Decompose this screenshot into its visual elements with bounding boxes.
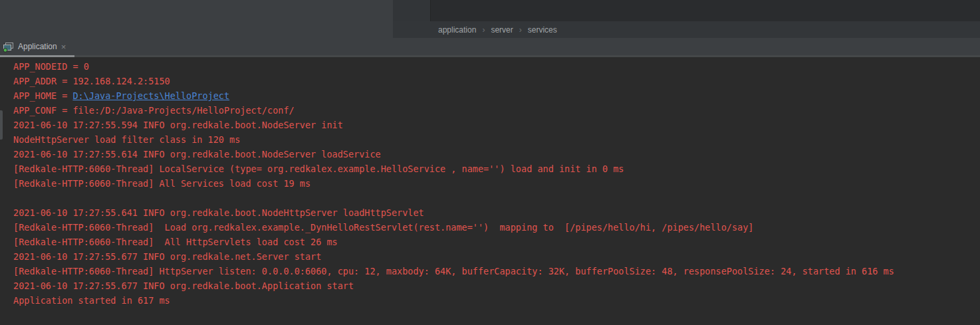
console-line: [Redkale-HTTP:6060-Thread] LocalService … — [13, 162, 980, 176]
console-text: [Redkale-HTTP:6060-Thread] LocalService … — [13, 163, 624, 174]
console-line: [Redkale-HTTP:6060-Thread] All HttpServl… — [13, 235, 980, 249]
console-text: [Redkale-HTTP:6060-Thread] Load org.redk… — [13, 222, 754, 233]
console-line: APP_HOME = D:\Java-Projects\HelloProject — [13, 88, 980, 103]
tool-window-stripe-handle[interactable] — [0, 110, 3, 140]
console-text: [Redkale-HTTP:6060-Thread] All HttpServl… — [13, 237, 338, 247]
console-line — [13, 191, 980, 205]
breadcrumb-separator: › — [482, 25, 485, 35]
editor-right-pane-body — [393, 0, 980, 21]
console-output: APP_NODEID = 0APP_ADDR = 192.168.124.2:5… — [13, 59, 980, 308]
console-text: 2021-06-10 17:27:55.614 INFO org.redkale… — [13, 149, 381, 160]
console-line: [Redkale-HTTP:6060-Thread] Load org.redk… — [13, 220, 980, 235]
console-line: NodeHttpServer load filter class in 120 … — [13, 132, 980, 147]
console-run-icon — [3, 41, 15, 53]
breadcrumb-item-application[interactable]: application — [438, 25, 476, 35]
tab-application[interactable]: Application × — [0, 38, 71, 55]
console-text: Application started in 617 ms — [13, 295, 170, 306]
console-text: APP_CONF = file:/D:/Java-Projects/HelloP… — [13, 105, 295, 116]
console-text: APP_HOME = — [13, 90, 72, 101]
console-line: 2021-06-10 17:27:55.677 INFO org.redkale… — [13, 278, 980, 293]
console-panel[interactable]: APP_NODEID = 0APP_ADDR = 192.168.124.2:5… — [0, 57, 980, 325]
console-file-link[interactable]: D:\Java-Projects\HelloProject — [72, 90, 229, 101]
console-line: Application started in 617 ms — [13, 293, 980, 308]
editor-right-pane: application›server›services — [393, 0, 980, 38]
console-text: APP_ADDR = 192.168.124.2:5150 — [13, 76, 170, 86]
console-line: APP_CONF = file:/D:/Java-Projects/HelloP… — [13, 103, 980, 118]
close-icon[interactable]: × — [61, 43, 66, 51]
run-tool-window-tab-bar: Application × — [0, 38, 980, 57]
console-line: 2021-06-10 17:27:55.677 INFO org.redkale… — [13, 249, 980, 264]
tab-label: Application — [18, 42, 57, 51]
console-text: [Redkale-HTTP:6060-Thread] All Services … — [13, 178, 310, 189]
console-line: APP_NODEID = 0 — [13, 59, 980, 74]
console-text: 2021-06-10 17:27:55.594 INFO org.redkale… — [13, 120, 343, 130]
breadcrumb-item-server[interactable]: server — [491, 25, 513, 35]
breadcrumb-item-services[interactable]: services — [528, 25, 557, 35]
console-text: NodeHttpServer load filter class in 120 … — [13, 134, 240, 145]
console-text: 2021-06-10 17:27:55.677 INFO org.redkale… — [13, 251, 321, 262]
breadcrumb: application›server›services — [393, 21, 980, 38]
breadcrumb-separator: › — [519, 25, 522, 35]
console-line: [Redkale-HTTP:6060-Thread] HttpServer li… — [13, 264, 980, 278]
console-line: 2021-06-10 17:27:55.614 INFO org.redkale… — [13, 147, 980, 162]
console-text: 2021-06-10 17:27:55.677 INFO org.redkale… — [13, 280, 354, 291]
console-line: 2021-06-10 17:27:55.641 INFO org.redkale… — [13, 205, 980, 220]
active-tab-underline — [0, 55, 74, 57]
ide-window: application›server›services Application … — [0, 0, 980, 325]
console-text: 2021-06-10 17:27:55.641 INFO org.redkale… — [13, 207, 424, 218]
editor-top-area: application›server›services — [0, 0, 980, 38]
console-line: APP_ADDR = 192.168.124.2:5150 — [13, 74, 980, 88]
console-text: APP_NODEID = 0 — [13, 61, 89, 72]
console-text: [Redkale-HTTP:6060-Thread] HttpServer li… — [13, 266, 894, 276]
console-line: [Redkale-HTTP:6060-Thread] All Services … — [13, 176, 980, 191]
editor-left-pane — [0, 0, 393, 38]
editor-gutter-column — [393, 0, 431, 21]
console-line: 2021-06-10 17:27:55.594 INFO org.redkale… — [13, 118, 980, 132]
